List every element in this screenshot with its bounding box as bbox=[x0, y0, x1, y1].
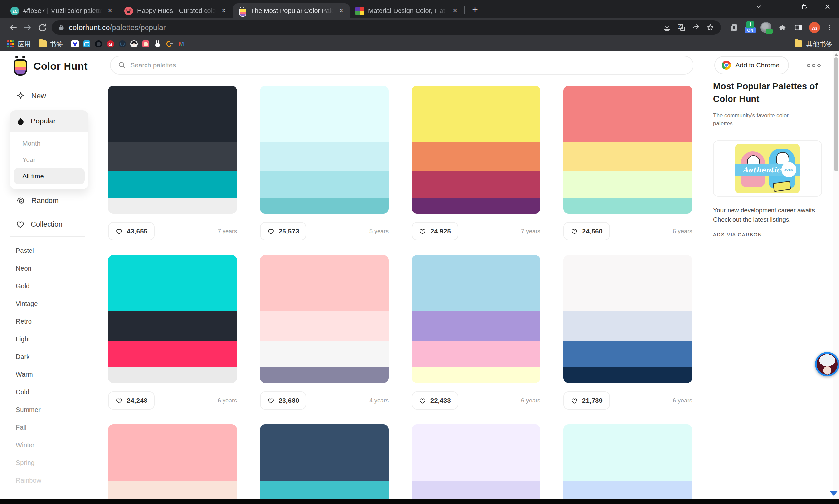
color-band[interactable] bbox=[108, 425, 237, 481]
forward-icon[interactable] bbox=[20, 20, 35, 35]
globe-extension-icon[interactable] bbox=[761, 22, 771, 33]
color-band[interactable] bbox=[108, 142, 237, 172]
color-band[interactable] bbox=[563, 367, 692, 383]
minimize-button[interactable] bbox=[770, 0, 793, 13]
tab-close-icon[interactable]: ✕ bbox=[337, 6, 346, 15]
color-band[interactable] bbox=[260, 142, 389, 172]
sidebar-tag-gold[interactable]: Gold bbox=[10, 277, 88, 295]
share-icon[interactable] bbox=[690, 22, 701, 33]
browser-tab[interactable]: #ffb3e7 | Muzli color palette✕ bbox=[5, 3, 119, 18]
github-favicon[interactable] bbox=[95, 40, 102, 48]
baidu-favicon[interactable] bbox=[71, 40, 78, 48]
color-band[interactable] bbox=[108, 481, 237, 499]
palette-card[interactable] bbox=[260, 86, 389, 214]
color-band[interactable] bbox=[563, 198, 692, 214]
color-band[interactable] bbox=[563, 142, 692, 172]
color-band[interactable] bbox=[563, 171, 692, 198]
palette-card[interactable] bbox=[563, 86, 692, 214]
site-logo[interactable]: Color Hunt bbox=[14, 55, 88, 76]
like-button[interactable]: 24,925 bbox=[412, 222, 458, 240]
pixiv-favicon[interactable] bbox=[142, 40, 150, 48]
color-band[interactable] bbox=[412, 198, 540, 214]
browser-tab[interactable]: Happy Hues - Curated colors i✕ bbox=[119, 3, 233, 18]
leetcode-favicon[interactable] bbox=[166, 40, 173, 48]
color-band[interactable] bbox=[412, 171, 540, 198]
color-band[interactable] bbox=[412, 311, 540, 341]
color-band[interactable] bbox=[563, 425, 692, 481]
like-button[interactable]: 22,433 bbox=[412, 391, 458, 410]
palette-card[interactable] bbox=[412, 425, 540, 499]
color-band[interactable] bbox=[563, 86, 692, 142]
color-band[interactable] bbox=[412, 367, 540, 383]
palette-card[interactable] bbox=[108, 425, 237, 499]
color-band[interactable] bbox=[260, 255, 389, 311]
color-band[interactable] bbox=[260, 86, 389, 142]
like-button[interactable]: 24,560 bbox=[563, 222, 610, 240]
color-band[interactable] bbox=[563, 311, 692, 341]
hidden-panel-caret-icon[interactable] bbox=[829, 490, 838, 496]
sidebar-tag-cold[interactable]: Cold bbox=[10, 383, 88, 401]
search-input[interactable]: Search palettes bbox=[110, 56, 694, 75]
tab-close-icon[interactable]: ✕ bbox=[106, 6, 115, 15]
bookmark-star-icon[interactable] bbox=[705, 22, 716, 33]
sidebar-tag-pastel[interactable]: Pastel bbox=[10, 242, 88, 259]
browser-tab[interactable]: Material Design Color, Flat Col✕ bbox=[350, 3, 464, 18]
notes-extension-icon[interactable] bbox=[728, 22, 740, 33]
sidebar-tag-fall[interactable]: Fall bbox=[10, 418, 88, 436]
ad-attribution[interactable]: ADS VIA CARBON bbox=[713, 232, 823, 237]
restore-button[interactable] bbox=[793, 0, 816, 13]
popular-filter-year[interactable]: Year bbox=[14, 151, 85, 168]
bookmark-folder[interactable]: 书签 bbox=[39, 40, 63, 49]
color-band[interactable] bbox=[412, 425, 540, 481]
back-icon[interactable] bbox=[6, 20, 20, 35]
palette-card[interactable] bbox=[260, 425, 389, 499]
sidebar-tag-light[interactable]: Light bbox=[10, 330, 88, 348]
reload-icon[interactable] bbox=[35, 20, 49, 35]
sidebar-item-new[interactable]: New bbox=[10, 88, 88, 104]
sidebar-tag-spring[interactable]: Spring bbox=[10, 454, 88, 472]
palette-card[interactable] bbox=[563, 255, 692, 383]
sidebar-tag-dark[interactable]: Dark bbox=[10, 348, 88, 365]
palette-card[interactable] bbox=[260, 255, 389, 383]
palette-card[interactable] bbox=[108, 255, 237, 383]
color-band[interactable] bbox=[260, 425, 389, 481]
color-band[interactable] bbox=[108, 86, 237, 142]
color-band[interactable] bbox=[260, 171, 389, 198]
browser-tab[interactable]: The Most Popular Color Palett✕ bbox=[233, 3, 350, 18]
color-band[interactable] bbox=[108, 171, 237, 198]
palette-card[interactable] bbox=[563, 425, 692, 499]
sidebar-tag-winter[interactable]: Winter bbox=[10, 436, 88, 454]
sidebar-item-random[interactable]: Random bbox=[10, 193, 88, 209]
color-band[interactable] bbox=[108, 255, 237, 311]
close-window-button[interactable] bbox=[816, 0, 839, 13]
color-band[interactable] bbox=[260, 367, 389, 383]
sidebar-tag-rainbow[interactable]: Rainbow bbox=[10, 472, 88, 489]
extensions-puzzle-icon[interactable] bbox=[776, 22, 788, 33]
translate-icon[interactable]: G bbox=[676, 22, 687, 33]
dolphin-favicon[interactable] bbox=[119, 40, 126, 48]
color-band[interactable] bbox=[412, 341, 540, 367]
color-band[interactable] bbox=[260, 341, 389, 367]
bookmark-apps[interactable]: 应用 bbox=[7, 40, 31, 49]
popular-filter-all-time[interactable]: All time bbox=[14, 168, 85, 184]
color-band[interactable] bbox=[412, 86, 540, 142]
palette-card[interactable] bbox=[412, 255, 540, 383]
color-band[interactable] bbox=[260, 311, 389, 341]
like-button[interactable]: 21,739 bbox=[563, 391, 610, 410]
color-band[interactable] bbox=[412, 255, 540, 311]
color-band[interactable] bbox=[563, 255, 692, 311]
sidebar-item-collection[interactable]: Collection bbox=[10, 216, 88, 232]
tab-close-icon[interactable]: ✕ bbox=[451, 6, 459, 15]
sidebar-tag-retro[interactable]: Retro bbox=[10, 312, 88, 330]
sidebar-item-popular[interactable]: Popular bbox=[10, 110, 88, 132]
tab-close-icon[interactable]: ✕ bbox=[220, 6, 228, 15]
color-band[interactable] bbox=[108, 311, 237, 341]
new-tab-button[interactable]: + bbox=[468, 3, 482, 16]
sidebar-tag-vintage[interactable]: Vintage bbox=[10, 295, 88, 312]
bili-favicon[interactable] bbox=[83, 40, 90, 48]
download-icon[interactable] bbox=[661, 22, 672, 33]
color-band[interactable] bbox=[412, 481, 540, 499]
like-button[interactable]: 24,248 bbox=[108, 391, 155, 410]
color-band[interactable] bbox=[108, 367, 237, 383]
scrollbar-thumb[interactable] bbox=[834, 57, 838, 171]
